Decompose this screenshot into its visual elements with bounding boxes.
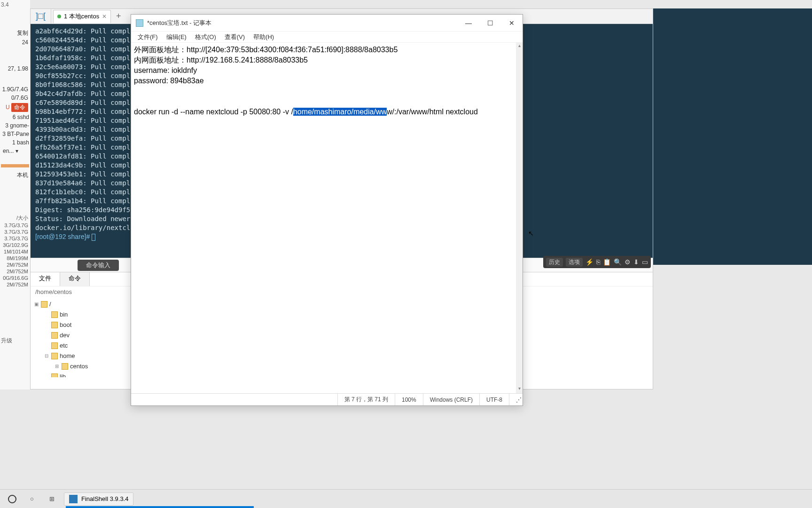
- menubar: 文件(F) 编辑(E) 格式(O) 查看(V) 帮助(H): [131, 32, 523, 43]
- resize-grip-icon[interactable]: ⋰: [509, 394, 523, 405]
- window-title: *centos宝塔.txt - 记事本: [147, 19, 211, 27]
- download-icon[interactable]: ⬇: [633, 258, 639, 266]
- notepad-icon: [136, 19, 143, 27]
- titlebar[interactable]: *centos宝塔.txt - 记事本 — ☐ ✕: [131, 15, 523, 32]
- stat-row: 27, 1.98: [0, 64, 30, 73]
- tool-icon[interactable]: ]□[: [31, 9, 51, 24]
- finalshell-icon: [69, 495, 78, 503]
- process-row[interactable]: 3 BT-Pane: [0, 130, 30, 138]
- tab-label: 1 本地centos: [64, 12, 99, 21]
- size-row: 2M/752M: [0, 268, 30, 275]
- history-button[interactable]: 历史: [546, 258, 563, 267]
- status-bar: 第 7 行，第 71 列 100% Windows (CRLF) UTF-8 ⋰: [131, 393, 523, 405]
- scroll-up-icon[interactable]: ▴: [516, 43, 523, 50]
- encoding-dropdown[interactable]: en... ▾: [0, 147, 30, 155]
- menu-help[interactable]: 帮助(H): [250, 32, 278, 42]
- cmd-header: U 命令: [0, 102, 30, 113]
- taskbar-app-label: FinalShell 3.9.3.4: [81, 495, 128, 502]
- options-button[interactable]: 选项: [566, 258, 583, 267]
- size-row: 2M/752M: [0, 262, 30, 268]
- taskbar-app-finalshell[interactable]: FinalShell 3.9.3.4: [64, 492, 133, 506]
- search-icon[interactable]: 🔍: [614, 258, 622, 266]
- version-small: 3.4: [0, 0, 30, 9]
- copy-label[interactable]: 复制: [0, 28, 30, 38]
- size-row: 1M/1014M: [0, 248, 30, 255]
- terminal-toolbar: 历史 选项 ⚡ ⎘ 📋 🔍 ⚙ ⬇ ▭: [543, 256, 651, 268]
- taskbar: ○ ⊞ FinalShell 3.9.3.4: [0, 489, 812, 508]
- size-row: 3.7G/3.7G: [0, 229, 30, 235]
- paste-icon[interactable]: 📋: [603, 258, 611, 266]
- fullscreen-icon[interactable]: ▭: [642, 258, 648, 266]
- process-row[interactable]: 6 sshd: [0, 113, 30, 121]
- status-dot-icon: [57, 15, 61, 18]
- size-header: /大小: [0, 214, 30, 222]
- cortana-icon[interactable]: ○: [24, 492, 39, 507]
- sparkline-chart: [1, 157, 29, 167]
- minimize-button[interactable]: —: [458, 15, 479, 32]
- zoom-level: 100%: [395, 394, 423, 405]
- copy-icon[interactable]: ⎘: [596, 258, 600, 266]
- close-button[interactable]: ✕: [501, 15, 523, 32]
- encoding: UTF-8: [479, 394, 509, 405]
- cursor-position: 第 7 行，第 71 列: [337, 394, 395, 405]
- size-row: 3.7G/3.7G: [0, 222, 30, 229]
- stat-row: 24: [0, 38, 30, 47]
- svg-point-0: [8, 495, 16, 503]
- notepad-window: *centos宝塔.txt - 记事本 — ☐ ✕ 文件(F) 编辑(E) 格式…: [131, 14, 523, 406]
- start-button[interactable]: [5, 492, 20, 507]
- text-area[interactable]: 外网面板地址：http://[240e:379:53bd:4300:f084:f…: [131, 43, 523, 393]
- local-label: 本机: [0, 169, 30, 181]
- left-sidebar: 3.4 复制 24 27, 1.98 1.9G/7.4G 0/7.6G U 命令…: [0, 0, 30, 389]
- menu-view[interactable]: 查看(V): [221, 32, 249, 42]
- upgrade-label[interactable]: 升级: [0, 335, 30, 347]
- session-tab[interactable]: 1 本地centos ✕: [53, 10, 111, 23]
- gear-icon[interactable]: ⚙: [625, 258, 631, 266]
- size-row: 2M/752M: [0, 281, 30, 288]
- menu-edit[interactable]: 编辑(E): [163, 32, 190, 42]
- taskview-icon[interactable]: ⊞: [44, 492, 59, 507]
- process-row[interactable]: 1 bash: [0, 138, 30, 147]
- close-tab-icon[interactable]: ✕: [102, 13, 107, 20]
- menu-file[interactable]: 文件(F): [134, 32, 162, 42]
- size-row: 3G/102.9G: [0, 242, 30, 248]
- tab-commands[interactable]: 命令: [60, 272, 90, 286]
- mouse-cursor-icon: ↖: [528, 230, 534, 237]
- tab-files[interactable]: 文件: [31, 272, 60, 286]
- command-input-button[interactable]: 命令输入: [78, 260, 119, 271]
- line-ending: Windows (CRLF): [423, 394, 479, 405]
- scroll-down-icon[interactable]: ▾: [516, 386, 523, 393]
- size-row: 8M/199M: [0, 255, 30, 262]
- disk-usage: 1.9G/7.4G: [0, 85, 30, 94]
- add-tab-button[interactable]: +: [113, 11, 124, 21]
- process-row[interactable]: 3 gnome-: [0, 121, 30, 130]
- size-row: 0G/916.6G: [0, 275, 30, 281]
- disk-ratio: 0/7.6G: [0, 94, 30, 102]
- menu-format[interactable]: 格式(O): [191, 32, 220, 42]
- bolt-icon[interactable]: ⚡: [586, 258, 593, 266]
- selected-text: home/mashimaro/media/ww: [293, 108, 387, 116]
- taskbar-accent: [66, 506, 254, 508]
- scrollbar[interactable]: ▴ ▾: [516, 43, 523, 393]
- maximize-button[interactable]: ☐: [479, 15, 501, 32]
- size-row: 3.7G/3.7G: [0, 235, 30, 242]
